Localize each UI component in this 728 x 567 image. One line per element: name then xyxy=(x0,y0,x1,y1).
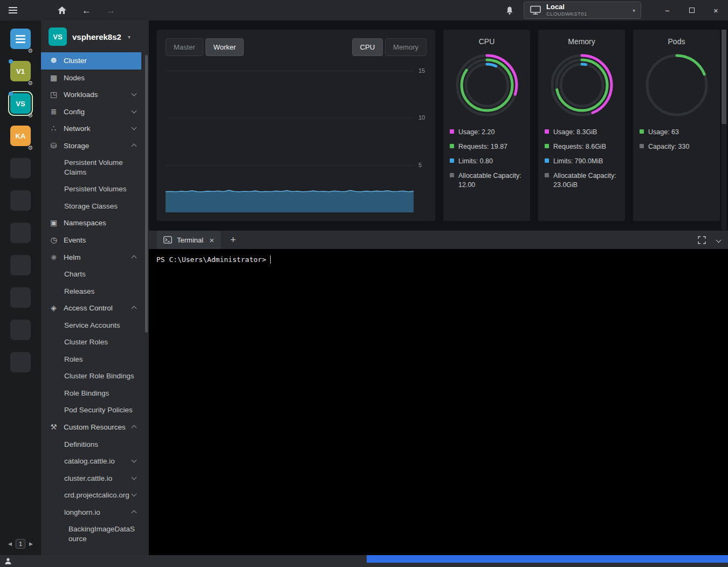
gear-icon[interactable]: ⚙ xyxy=(28,112,33,119)
legend-swatch-icon xyxy=(450,144,454,148)
sidebar-item-namespaces[interactable]: ▣Namespaces xyxy=(41,215,141,232)
workspace-avatar: VS xyxy=(10,93,31,114)
sidebar-item-custom-resources[interactable]: ⚒Custom Resources xyxy=(41,419,141,436)
sidebar-scrollbar[interactable] xyxy=(145,55,148,333)
sidebar-item-helm[interactable]: ⎈Helm xyxy=(41,249,141,266)
sidebar-item-persistent-volume-claims[interactable]: Persistent Volume Claims xyxy=(41,154,141,181)
notification-bell-button[interactable] xyxy=(505,6,514,15)
sidebar-item-events[interactable]: ◷Events xyxy=(41,232,141,249)
maximize-button[interactable] xyxy=(679,0,704,20)
minimize-button[interactable]: − xyxy=(655,0,679,20)
scrollbar-thumb[interactable] xyxy=(722,30,726,124)
legend-text: Allocatable Capacity: 12.00 xyxy=(458,171,524,190)
sidebar-item-storage[interactable]: ⛁Storage xyxy=(41,137,141,155)
sidebar-item-backingimagedatasource[interactable]: BackingImageDataSource xyxy=(41,521,141,547)
sidebar-item-roles[interactable]: Roles xyxy=(41,351,141,368)
sidebar-item-cluster-roles[interactable]: Cluster Roles xyxy=(41,334,141,351)
home-button[interactable] xyxy=(57,6,67,15)
legend-item: Allocatable Capacity: 23.0GiB xyxy=(545,171,619,190)
storage-icon: ⛁ xyxy=(49,141,59,150)
bottom-taskbar xyxy=(0,555,728,567)
pager-prev-icon[interactable]: ◀ xyxy=(8,541,12,547)
forward-button[interactable]: → xyxy=(106,6,115,15)
events-icon: ◷ xyxy=(49,236,59,245)
sidebar-item-service-accounts[interactable]: Service Accounts xyxy=(41,317,141,334)
legend-text: Usage: 8.3GiB xyxy=(553,128,597,137)
window-controls: − × xyxy=(655,0,728,20)
dashboard-scrollbar[interactable] xyxy=(722,30,726,231)
sidebar-item-label: Pod Security Policies xyxy=(64,405,136,415)
legend-swatch-icon xyxy=(640,129,644,134)
metric-tab-cpu[interactable]: CPU xyxy=(352,38,383,56)
sidebar-item-config[interactable]: ≣Config xyxy=(41,103,141,121)
sidebar-item-cluster[interactable]: ☸Cluster xyxy=(41,52,141,70)
sidebar-item-network[interactable]: ∴Network xyxy=(41,120,141,137)
sidebar-item-cluster-role-bindings[interactable]: Cluster Role Bindings xyxy=(41,368,141,385)
sidebar-item-access-control[interactable]: ◈Access Control xyxy=(41,300,141,317)
sidebar-item-catalog-cattle-io[interactable]: catalog.cattle.io xyxy=(41,453,141,470)
sidebar-item-definitions[interactable]: Definitions xyxy=(41,436,141,453)
terminal-tab[interactable]: Terminal × xyxy=(157,231,221,249)
collapse-terminal-icon[interactable] xyxy=(716,237,722,243)
user-icon[interactable] xyxy=(4,557,12,565)
sidebar-item-releases[interactable]: Releases xyxy=(41,283,141,300)
bell-icon xyxy=(505,6,514,15)
close-button[interactable]: × xyxy=(704,0,728,20)
workspace-placeholder xyxy=(10,255,31,275)
workspace-apps[interactable]: ⚙ xyxy=(10,29,31,49)
node-metrics-panel: MasterWorker CPUMemory 15105 xyxy=(157,30,435,221)
workspace-ka[interactable]: KA⚙ xyxy=(10,126,31,146)
sidebar-item-role-bindings[interactable]: Role Bindings xyxy=(41,385,141,402)
switcher-caret-icon: ▾ xyxy=(633,8,635,13)
y-axis-tick: 15 xyxy=(418,67,425,74)
config-icon: ≣ xyxy=(49,107,59,116)
hamburger-menu-icon[interactable] xyxy=(9,7,17,13)
node-tab-master[interactable]: Master xyxy=(166,38,203,56)
sidebar-item-label: Config xyxy=(64,107,132,117)
node-tab-worker[interactable]: Worker xyxy=(205,38,244,56)
sidebar-item-crd-projectcalico-org[interactable]: crd.projectcalico.org xyxy=(41,487,141,504)
gauge-legend: Usage: 63Capacity: 330 xyxy=(640,128,713,151)
new-tab-button[interactable]: + xyxy=(230,234,236,246)
main-area: MasterWorker CPUMemory 15105 CPUUsage: 2… xyxy=(149,20,728,555)
gear-icon[interactable]: ⚙ xyxy=(28,80,33,87)
workspace-vs[interactable]: VS⚙ xyxy=(10,93,31,114)
close-tab-icon[interactable]: × xyxy=(209,236,214,245)
sidebar-item-storage-classes[interactable]: Storage Classes xyxy=(41,198,141,215)
sidebar-item-cluster-cattle-io[interactable]: cluster.cattle.io xyxy=(41,470,141,487)
gear-icon[interactable]: ⚙ xyxy=(28,144,33,151)
metric-tab-memory[interactable]: Memory xyxy=(385,38,427,56)
cluster-header[interactable]: VS vspherek8s2 ▾ xyxy=(41,20,149,52)
workspace-avatar: V1 xyxy=(10,61,31,81)
titlebar: ← → Local CLOUDWKST01 ▾ xyxy=(0,0,728,20)
chart-svg xyxy=(166,61,414,212)
sidebar-item-label: Events xyxy=(64,236,136,245)
workspace-rail: ⚙V1⚙VS⚙KA⚙ ◀ 1 ▶ xyxy=(0,20,41,555)
terminal-icon xyxy=(163,236,172,244)
terminal-tabbar: Terminal × + xyxy=(149,231,728,249)
sidebar-item-pod-security-policies[interactable]: Pod Security Policies xyxy=(41,402,141,419)
legend-text: Limits: 790.0MiB xyxy=(553,157,603,166)
chevron-up-icon xyxy=(132,255,137,260)
chevron-down-icon xyxy=(132,474,137,480)
sidebar-item-label: Namespaces xyxy=(64,218,136,228)
sidebar-item-charts[interactable]: Charts xyxy=(41,266,141,283)
terminal-output[interactable]: PS C:\Users\Administrator> xyxy=(149,249,728,555)
placeholder-square xyxy=(10,223,31,243)
sidebar-item-longhorn-io[interactable]: longhorn.io xyxy=(41,504,141,521)
workspace-v1[interactable]: V1⚙ xyxy=(10,61,31,81)
pager-next-icon[interactable]: ▶ xyxy=(29,541,33,547)
legend-swatch-icon xyxy=(545,129,549,134)
back-button[interactable]: ← xyxy=(82,6,91,15)
sidebar-item-workloads[interactable]: ◳Workloads xyxy=(41,86,141,103)
placeholder-square xyxy=(10,190,31,211)
sidebar-item-persistent-volumes[interactable]: Persistent Volumes xyxy=(41,181,141,198)
expand-terminal-button[interactable] xyxy=(698,236,706,244)
gear-icon[interactable]: ⚙ xyxy=(28,47,33,54)
chevron-up-icon xyxy=(132,143,137,149)
legend-item: Usage: 8.3GiB xyxy=(545,128,619,137)
sidebar-item-nodes[interactable]: ▦Nodes xyxy=(41,70,141,87)
cluster-dashboard: MasterWorker CPUMemory 15105 CPUUsage: 2… xyxy=(149,20,728,231)
cluster-switcher[interactable]: Local CLOUDWKST01 ▾ xyxy=(524,2,641,19)
chevron-down-icon xyxy=(132,492,137,497)
